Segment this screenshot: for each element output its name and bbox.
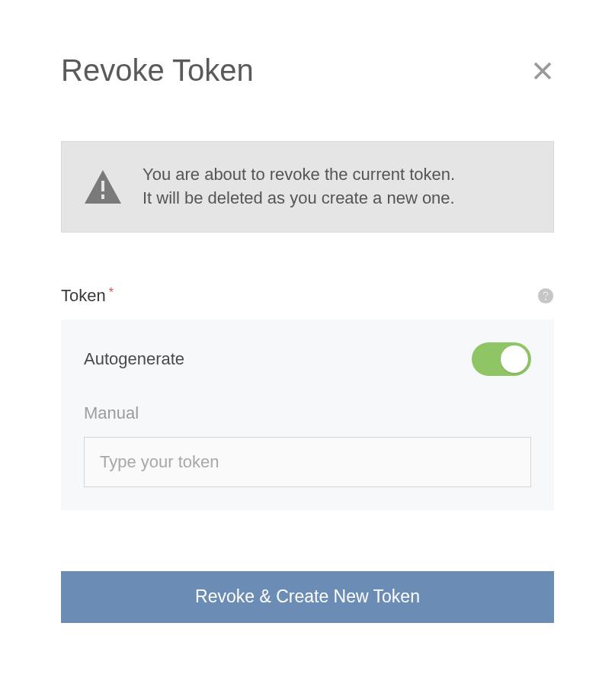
- token-panel: Autogenerate Manual: [61, 319, 554, 510]
- warning-banner: You are about to revoke the current toke…: [61, 141, 554, 233]
- token-field-label-wrapper: Token*: [61, 286, 114, 306]
- revoke-create-button[interactable]: Revoke & Create New Token: [61, 571, 554, 623]
- warning-text: You are about to revoke the current toke…: [143, 163, 455, 210]
- autogenerate-label: Autogenerate: [84, 349, 184, 369]
- token-field-label: Token: [61, 286, 106, 305]
- manual-token-input[interactable]: [84, 437, 531, 487]
- autogenerate-row: Autogenerate: [84, 342, 531, 376]
- token-label-row: Token*: [61, 286, 554, 306]
- svg-point-2: [538, 288, 553, 303]
- autogenerate-toggle[interactable]: [472, 342, 531, 376]
- close-button[interactable]: [531, 59, 554, 82]
- dialog-header: Revoke Token: [61, 53, 554, 88]
- warning-line-1: You are about to revoke the current toke…: [143, 163, 455, 187]
- help-button[interactable]: [537, 287, 554, 304]
- close-icon: [531, 59, 554, 82]
- toggle-knob: [501, 345, 528, 373]
- manual-label: Manual: [84, 403, 531, 423]
- warning-icon: [85, 169, 121, 205]
- dialog-title: Revoke Token: [61, 53, 254, 88]
- required-indicator: *: [109, 286, 114, 299]
- warning-line-2: It will be deleted as you create a new o…: [143, 187, 455, 210]
- help-icon: [537, 287, 554, 304]
